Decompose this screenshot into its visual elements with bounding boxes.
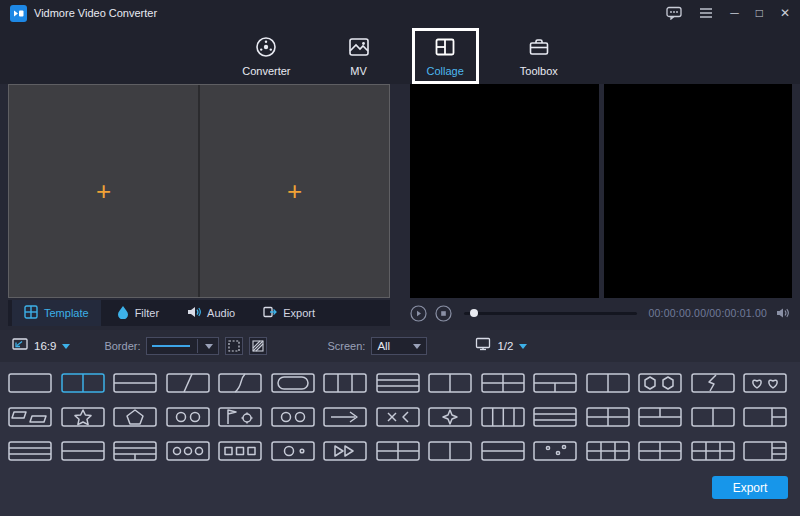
- template-thumbnail-x-bracket[interactable]: [376, 407, 420, 427]
- minimize-icon[interactable]: ─: [730, 7, 739, 19]
- preview-pane-1: [410, 84, 599, 298]
- template-thumbnail-blank[interactable]: [8, 373, 52, 393]
- feedback-icon[interactable]: [666, 6, 682, 20]
- template-thumbnail-star-4[interactable]: [428, 407, 472, 427]
- aspect-ratio-control[interactable]: 16:9: [12, 337, 70, 355]
- template-thumbnail-split-v2[interactable]: [61, 373, 105, 393]
- template-thumbnail-grid-2x2[interactable]: [638, 441, 682, 461]
- template-thumbnail-flag-gear[interactable]: [218, 407, 262, 427]
- template-thumbnail-split-v2[interactable]: [428, 373, 472, 393]
- tab-template[interactable]: Template: [12, 300, 101, 326]
- template-thumbnail-dots-3[interactable]: [533, 441, 577, 461]
- export-arrow-icon: [263, 306, 277, 320]
- tab-export-label: Export: [283, 307, 315, 319]
- template-thumbnail-circles-3[interactable]: [166, 441, 210, 461]
- collage-pane-1[interactable]: +: [9, 85, 198, 297]
- aspect-ratio-value: 16:9: [34, 340, 56, 352]
- seek-slider[interactable]: [464, 312, 637, 315]
- screen-control: Screen: All: [327, 337, 427, 355]
- sub-bar: Template Filter Audio Export: [0, 300, 800, 326]
- close-icon[interactable]: ✕: [780, 7, 790, 19]
- template-thumbnail-split-v2[interactable]: [428, 441, 472, 461]
- border-style-dropdown[interactable]: [146, 337, 219, 355]
- stop-button[interactable]: [435, 305, 452, 322]
- add-video-plus-2[interactable]: +: [287, 176, 302, 207]
- template-thumbnail-lines-3[interactable]: [533, 407, 577, 427]
- screen-value: All: [377, 340, 390, 352]
- bottom-bar: Export: [0, 467, 800, 516]
- border-control: Border:: [104, 337, 267, 355]
- template-thumbnail-circles-2[interactable]: [166, 407, 210, 427]
- tab-filter[interactable]: Filter: [105, 300, 171, 326]
- template-thumbnail-bottom-stack[interactable]: [113, 441, 157, 461]
- template-thumbnail-arrow-right[interactable]: [323, 407, 367, 427]
- tab-mv-label: MV: [350, 65, 367, 77]
- volume-icon[interactable]: [775, 305, 792, 322]
- template-thumbnail-banners[interactable]: [8, 407, 52, 427]
- screen-dropdown-caret-icon[interactable]: [413, 344, 421, 349]
- tab-mv[interactable]: MV: [332, 28, 386, 84]
- screen-dropdown[interactable]: All: [371, 337, 427, 355]
- template-thumbnail-split-v2[interactable]: [691, 407, 735, 427]
- template-thumbnail-curve[interactable]: [218, 373, 262, 393]
- tab-toolbox[interactable]: Toolbox: [505, 28, 573, 84]
- template-thumbnail-lines-3[interactable]: [376, 373, 420, 393]
- template-thumbnail-fast-forward[interactable]: [323, 441, 367, 461]
- template-thumbnail-star-badge[interactable]: [61, 407, 105, 427]
- template-thumbnail-grid-3x3[interactable]: [691, 441, 735, 461]
- template-thumbnail-rounded[interactable]: [271, 373, 315, 393]
- collage-pane-2[interactable]: +: [198, 85, 389, 297]
- template-thumbnail-grid-2x2[interactable]: [481, 373, 525, 393]
- template-thumbnail-lines-3[interactable]: [8, 441, 52, 461]
- template-thumbnail-split-v3[interactable]: [323, 373, 367, 393]
- template-thumbnail-t-split[interactable]: [533, 373, 577, 393]
- menu-icon[interactable]: [699, 8, 713, 18]
- tab-audio[interactable]: Audio: [175, 300, 247, 326]
- main-area: + +: [0, 84, 800, 298]
- template-thumbnail-grid-3x3[interactable]: [586, 441, 630, 461]
- tab-filter-label: Filter: [135, 307, 159, 319]
- add-video-plus-1[interactable]: +: [96, 176, 111, 207]
- template-thumbnail-cols-4[interactable]: [481, 407, 525, 427]
- template-thumbnail-b-split[interactable]: [638, 407, 682, 427]
- aspect-ratio-caret-icon[interactable]: [62, 344, 70, 349]
- template-thumbnail-split-h2[interactable]: [61, 441, 105, 461]
- template-thumbnail-right-grid[interactable]: [743, 441, 787, 461]
- template-thumbnail-split-h2[interactable]: [481, 441, 525, 461]
- filter-drop-icon: [117, 305, 129, 321]
- tab-export[interactable]: Export: [251, 300, 327, 326]
- border-dropdown-caret-icon[interactable]: [205, 344, 213, 349]
- template-thumbnail-squares-3[interactable]: [218, 441, 262, 461]
- template-thumbnail-right-col[interactable]: [743, 407, 787, 427]
- preview-pane-2: [604, 84, 793, 298]
- template-thumbnail-hearts[interactable]: [743, 373, 787, 393]
- play-button[interactable]: [410, 305, 427, 322]
- border-hatch-button[interactable]: [249, 337, 267, 355]
- template-thumbnail-pentagon[interactable]: [113, 407, 157, 427]
- page-control[interactable]: 1/2: [475, 337, 527, 355]
- template-thumbnail-diagonal[interactable]: [166, 373, 210, 393]
- page-caret-icon[interactable]: [519, 344, 527, 349]
- template-thumbnail-grid-2x2[interactable]: [376, 441, 420, 461]
- template-thumbnail-grid-2x2[interactable]: [586, 407, 630, 427]
- template-thumbnail-hexagons[interactable]: [638, 373, 682, 393]
- playback-bar: 00:00:00.00/00:00:01.00: [410, 300, 792, 326]
- border-dashed-button[interactable]: [225, 337, 243, 355]
- app-logo-icon: [10, 5, 27, 22]
- tab-converter[interactable]: Converter: [227, 28, 305, 84]
- seek-slider-thumb[interactable]: [470, 309, 478, 317]
- tab-collage[interactable]: Collage: [412, 28, 479, 84]
- template-thumbnail-split-h2[interactable]: [113, 373, 157, 393]
- template-thumbnail-split-v2[interactable]: [586, 373, 630, 393]
- maximize-icon[interactable]: □: [756, 7, 763, 19]
- app-window: Vidmore Video Converter ─ □ ✕ Converter …: [0, 0, 800, 516]
- template-thumbnail-circles-2[interactable]: [271, 407, 315, 427]
- export-button[interactable]: Export: [712, 476, 788, 499]
- collage-grid-icon: [433, 35, 457, 61]
- main-nav: Converter MV Collage Toolbox: [0, 26, 800, 84]
- template-thumbnail-lightning[interactable]: [691, 373, 735, 393]
- converter-reel-icon: [254, 35, 278, 61]
- template-thumbnail-circle-dot[interactable]: [271, 441, 315, 461]
- tab-toolbox-label: Toolbox: [520, 65, 558, 77]
- app-title: Vidmore Video Converter: [34, 7, 157, 19]
